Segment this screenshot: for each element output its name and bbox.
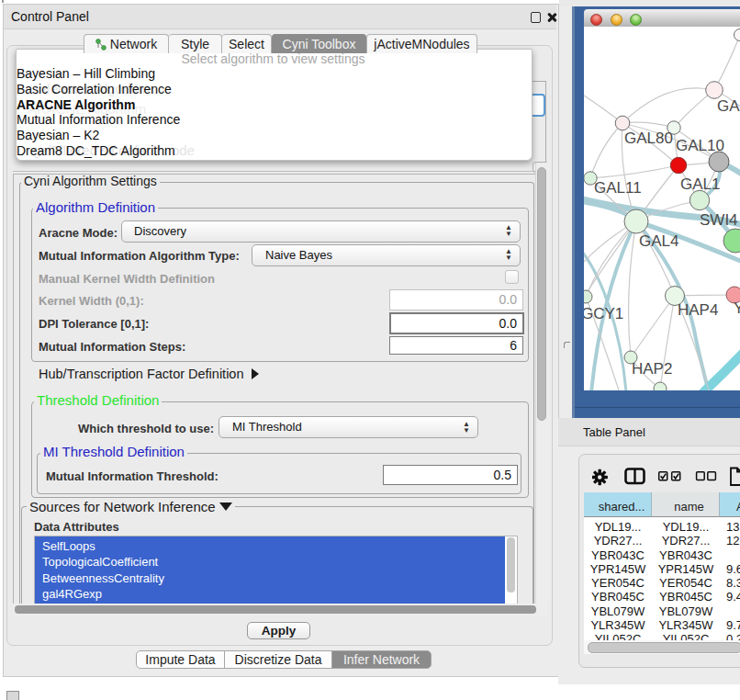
svg-text:GAL4: GAL4	[639, 232, 678, 250]
svg-text:GAL7: GAL7	[717, 97, 740, 115]
svg-text:GAL1: GAL1	[680, 175, 720, 193]
svg-text:GAL80: GAL80	[624, 130, 673, 147]
svg-text:HAP2: HAP2	[632, 360, 672, 378]
svg-text:HAP4: HAP4	[678, 301, 718, 319]
svg-text:SWI4: SWI4	[700, 211, 738, 229]
svg-text:GAL10: GAL10	[676, 137, 724, 154]
svg-text:GAL11: GAL11	[594, 179, 642, 197]
svg-text:GCY1: GCY1	[584, 305, 623, 322]
svg-text:YG: YG	[734, 299, 740, 317]
